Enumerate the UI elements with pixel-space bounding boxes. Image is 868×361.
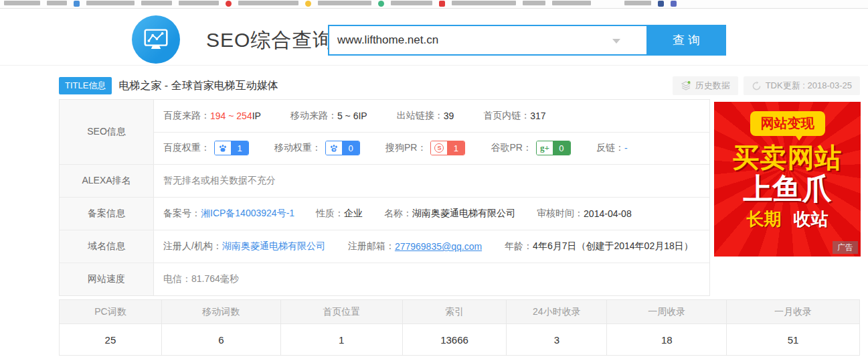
stat-value: 25 xyxy=(60,324,161,355)
chevron-down-icon[interactable] xyxy=(612,39,620,44)
refresh-icon xyxy=(752,81,762,91)
bookmark-icon xyxy=(378,1,384,7)
bookmark-icon xyxy=(658,1,664,7)
ad-line2: 上鱼爪 xyxy=(714,172,861,206)
bookmark-fragment xyxy=(523,1,545,5)
icp-number: 备案号： 湘ICP备14003924号-1 xyxy=(163,208,294,220)
alexa-value: 暂无排名或相关数据不充分 xyxy=(163,175,276,187)
col-header: 移动词数 xyxy=(161,300,280,323)
sogou-pr: 搜狗PR： S 1 xyxy=(385,141,465,155)
svg-text:M: M xyxy=(333,149,335,151)
stat-value: 18 xyxy=(606,324,726,355)
baidu-mobile-paw-icon: M xyxy=(326,141,342,155)
domain-email: 注册邮箱： 277969835@qq.com xyxy=(348,240,482,252)
row-seo-info: SEO信息 百度来路： 194 ~ 254 IP 移动来路： 5 ~ 6 IP … xyxy=(60,100,709,164)
row-header-domain: 域名信息 xyxy=(60,230,154,263)
row-icp: 备案信息 备案号： 湘ICP备14003924号-1 性质： 企业 名称： 湖南… xyxy=(60,197,709,230)
keyword-stats-table: PC词数 移动词数 首页位置 索引 24小时收录 一周收录 一月收录 25 6 … xyxy=(59,299,860,356)
bookmark-icon xyxy=(305,1,311,7)
domain-age: 年龄： 4年6月7日（创建于2014年02月18日） xyxy=(505,240,693,252)
row-header-seo: SEO信息 xyxy=(60,100,154,164)
tdk-update-button[interactable]: TDK更新 : 2018-03-25 xyxy=(744,76,860,95)
bookmark-fragment xyxy=(47,1,67,5)
stats-value-row: 25 6 1 13666 3 18 51 xyxy=(60,324,859,355)
search-bar: 查 询 xyxy=(328,25,726,56)
ad-bubble-text: 网站变现 xyxy=(752,113,824,135)
google-plus-icon: g+ xyxy=(540,143,549,153)
col-header: 一周收录 xyxy=(606,300,726,323)
bookmark-fragment xyxy=(391,1,432,5)
bookmark-icon xyxy=(671,1,677,7)
domain-registrant: 注册人/机构： 湖南奥菱通电梯有限公司 xyxy=(163,240,325,252)
row-header-speed: 网站速度 xyxy=(60,263,154,295)
row-speed: 网站速度 电信：81.764毫秒 xyxy=(60,263,709,295)
ad-label: 广告 xyxy=(833,241,858,254)
title-bar: TITLE信息 电梯之家 - 全球首家电梯互动媒体 历史数据 TDK更新 : 2… xyxy=(59,76,860,95)
title-actions: 历史数据 TDK更新 : 2018-03-25 xyxy=(673,76,860,95)
icp-nature: 性质： 企业 xyxy=(316,208,363,220)
bookmark-fragment xyxy=(624,1,651,5)
bookmark-fragment xyxy=(452,1,516,5)
mobile-traffic: 移动来路： 5 ~ 6 IP xyxy=(290,110,367,122)
stat-value: 6 xyxy=(161,324,280,355)
bookmark-fragment xyxy=(318,1,371,5)
baidu-traffic: 百度来路： 194 ~ 254 IP xyxy=(163,110,261,122)
col-header: 24小时收录 xyxy=(506,300,606,323)
ad-line3: 长期收站 xyxy=(714,208,861,231)
col-header: 索引 xyxy=(402,300,507,323)
backlinks: 反链： - xyxy=(596,142,628,154)
seo-rank-line: 百度权重： 1 移动权重： xyxy=(154,133,709,165)
icp-company-name: 名称： 湖南奥菱通电梯有限公司 xyxy=(384,208,515,220)
col-header: 一月收录 xyxy=(726,300,859,323)
baidu-weight: 百度权重： 1 xyxy=(163,141,249,155)
site-title: 电梯之家 - 全球首家电梯互动媒体 xyxy=(118,79,278,93)
col-header: PC词数 xyxy=(60,300,161,323)
bookmark-fragment xyxy=(552,1,591,5)
bookmark-fragment xyxy=(179,1,219,5)
registrant-link[interactable]: 湖南奥菱通电梯有限公司 xyxy=(222,240,325,252)
bookmark-fragment xyxy=(238,1,298,5)
bookmark-icon xyxy=(226,1,232,7)
page-title: SEO综合查询 xyxy=(206,27,333,54)
bookmark-fragment xyxy=(141,1,172,5)
google-pr: 谷歌PR： g+ 0 xyxy=(491,141,570,155)
row-domain: 域名信息 注册人/机构： 湖南奥菱通电梯有限公司 注册邮箱： 277969835… xyxy=(60,230,709,263)
layers-icon xyxy=(681,80,691,91)
mobile-weight-badge[interactable]: M 0 xyxy=(325,141,360,155)
stat-value: 13666 xyxy=(402,324,507,355)
title-info-badge: TITLE信息 xyxy=(59,77,112,94)
col-header: 首页位置 xyxy=(280,300,402,323)
app-logo xyxy=(132,15,180,64)
homepage-internal-links: 首页内链： 317 xyxy=(483,110,545,122)
bookmark-fragment xyxy=(86,1,135,5)
bookmark-fragment xyxy=(4,1,40,5)
bookmarks-bar-remnant xyxy=(0,0,868,9)
stat-value: 3 xyxy=(506,324,606,355)
speed-value: 电信：81.764毫秒 xyxy=(163,273,239,285)
mobile-weight: 移动权重： M 0 xyxy=(274,141,360,155)
icp-number-link[interactable]: 湘ICP备14003924号-1 xyxy=(201,208,294,220)
stats-header-row: PC词数 移动词数 首页位置 索引 24小时收录 一周收录 一月收录 xyxy=(60,300,859,324)
outbound-links: 出站链接： 39 xyxy=(397,110,454,122)
row-header-icp: 备案信息 xyxy=(60,198,154,230)
ad-line1: 买卖网站 xyxy=(714,143,861,172)
bookmark-icon xyxy=(439,1,445,7)
sogou-pr-badge[interactable]: S 1 xyxy=(430,141,465,155)
seo-info-table: SEO信息 百度来路： 194 ~ 254 IP 移动来路： 5 ~ 6 IP … xyxy=(59,99,710,296)
google-pr-badge[interactable]: g+ 0 xyxy=(536,141,571,155)
sogou-s-icon: S xyxy=(434,143,444,153)
baidu-weight-badge[interactable]: 1 xyxy=(214,141,249,155)
seo-traffic-line: 百度来路： 194 ~ 254 IP 移动来路： 5 ~ 6 IP 出站链接： … xyxy=(154,100,709,133)
monitor-chart-icon xyxy=(141,24,171,55)
header: SEO综合查询 查 询 xyxy=(0,9,868,66)
bookmark-icon xyxy=(74,1,80,7)
history-data-button[interactable]: 历史数据 xyxy=(673,76,738,95)
icp-audit-time: 审核时间： 2014-04-08 xyxy=(537,208,632,220)
baidu-paw-icon xyxy=(215,141,231,155)
email-link[interactable]: 277969835@qq.com xyxy=(395,241,482,252)
query-button[interactable]: 查 询 xyxy=(646,25,726,56)
row-alexa: ALEXA排名 暂无排名或相关数据不充分 xyxy=(60,164,709,197)
ad-banner[interactable]: 网站变现 买卖网站 上鱼爪 长期收站 广告 xyxy=(714,102,861,257)
stat-value: 1 xyxy=(280,324,402,355)
search-input[interactable] xyxy=(328,25,646,56)
